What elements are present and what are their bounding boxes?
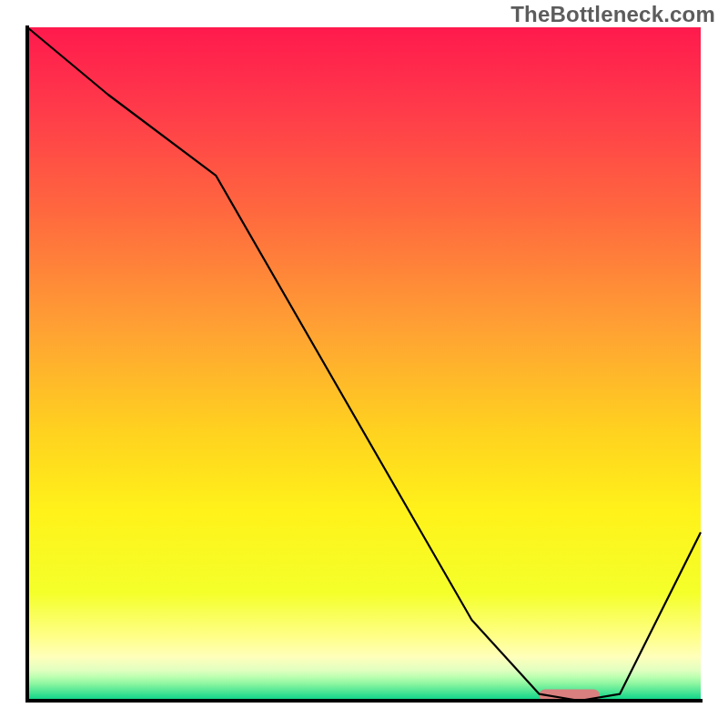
chart-svg	[0, 0, 728, 728]
watermark-text: TheBottleneck.com	[511, 2, 715, 27]
bottleneck-chart: TheBottleneck.com	[0, 0, 728, 728]
plot-background	[27, 27, 701, 701]
